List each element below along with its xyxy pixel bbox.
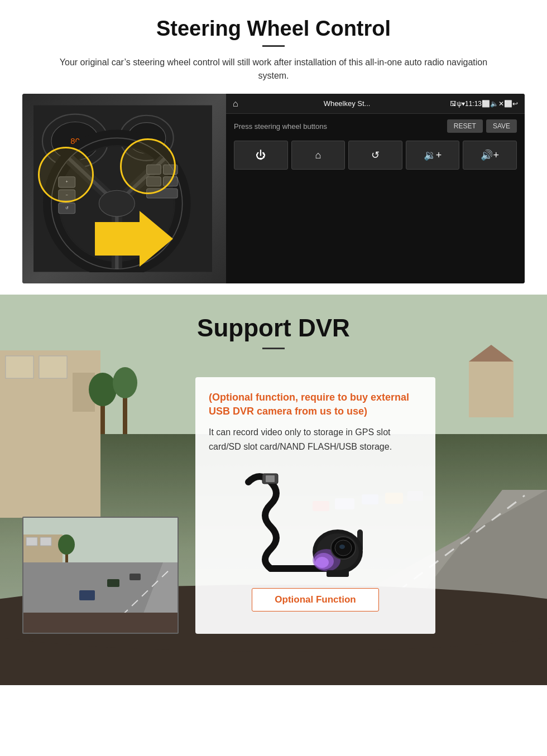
topbar-usb-icon: 🖫 [450, 100, 457, 108]
dvr-content-area: (Optional function, require to buy exter… [0, 360, 547, 651]
steering-wheel-photo: 80 + − [22, 94, 234, 283]
yellow-arrow [95, 211, 173, 267]
screen-action-buttons: RESET SAVE [447, 119, 517, 133]
highlight-circle-right [120, 138, 176, 194]
save-button[interactable]: SAVE [486, 119, 517, 133]
topbar-psi-icon: ψ [457, 100, 462, 108]
svg-rect-63 [23, 613, 179, 634]
screen-btn-vol-up[interactable]: 🔊+ [463, 141, 517, 170]
dvr-title-area: Support DVR [0, 295, 547, 360]
topbar-back-icon: ↩ [512, 100, 518, 108]
dvr-title: Support DVR [0, 314, 547, 342]
dvr-section: Support DVR [0, 295, 547, 685]
screen-topbar: ⌂ Wheelkey St... 🖫 ψ ▾ 11:13 ⬜ 🔈 ✕ ⬜ ↩ [226, 94, 525, 114]
swc-composite-image: 80 + − [22, 94, 525, 283]
optional-function-button[interactable]: Optional Function [252, 588, 378, 611]
svg-point-73 [339, 545, 345, 549]
svg-rect-61 [107, 579, 119, 587]
screen-instruction-row: Press steering wheel buttons RESET SAVE [226, 114, 525, 138]
dvr-camera-illustration [209, 465, 422, 577]
dvr-title-divider [262, 348, 285, 349]
camera-svg [215, 465, 416, 577]
screen-btn-power[interactable]: ⏻ [234, 141, 288, 170]
dvr-description: It can record video only to storage in G… [209, 425, 422, 454]
topbar-time: 11:13 [465, 100, 482, 108]
screen-button-grid: ⏻ ⌂ ↺ 🔉+ 🔊+ [226, 141, 525, 170]
svg-point-56 [58, 535, 75, 555]
screen-btn-home[interactable]: ⌂ [291, 141, 346, 170]
svg-rect-54 [40, 537, 51, 546]
swc-title-divider [262, 45, 285, 47]
topbar-x-icon: ✕ [498, 100, 504, 108]
svg-marker-28 [95, 211, 173, 267]
steering-wheel-section: Steering Wheel Control Your original car… [0, 0, 547, 295]
svg-rect-62 [129, 574, 141, 580]
screen-btn-vol-down[interactable]: 🔉+ [406, 141, 460, 170]
android-screen: ⌂ Wheelkey St... 🖫 ψ ▾ 11:13 ⬜ 🔈 ✕ ⬜ ↩ P… [226, 94, 525, 283]
instruction-text: Press steering wheel buttons [234, 122, 327, 131]
highlight-circle-left [38, 147, 94, 203]
topbar-vol-icon: 🔈 [490, 100, 498, 108]
swc-description: Your original car’s steering wheel contr… [50, 56, 497, 83]
reset-button[interactable]: RESET [447, 119, 483, 133]
topbar-camera-icon: ⬜ [482, 100, 490, 108]
dvr-optional-text: (Optional function, require to buy exter… [209, 391, 422, 418]
svg-rect-74 [327, 570, 349, 577]
dvr-preview-image [22, 517, 179, 634]
preview-svg [23, 518, 179, 634]
topbar-screen-icon: ⬜ [504, 100, 512, 108]
svg-rect-53 [26, 537, 37, 546]
svg-rect-60 [79, 590, 95, 600]
svg-text:↺: ↺ [65, 205, 69, 210]
swc-title: Steering Wheel Control [22, 17, 525, 41]
svg-rect-65 [266, 475, 275, 482]
dvr-info-card: (Optional function, require to buy exter… [195, 377, 435, 634]
topbar-app-name: Wheelkey St... [244, 99, 450, 108]
topbar-home-icon: ⌂ [233, 99, 238, 109]
svg-point-70 [315, 557, 329, 568]
screen-btn-back[interactable]: ↺ [348, 141, 402, 170]
